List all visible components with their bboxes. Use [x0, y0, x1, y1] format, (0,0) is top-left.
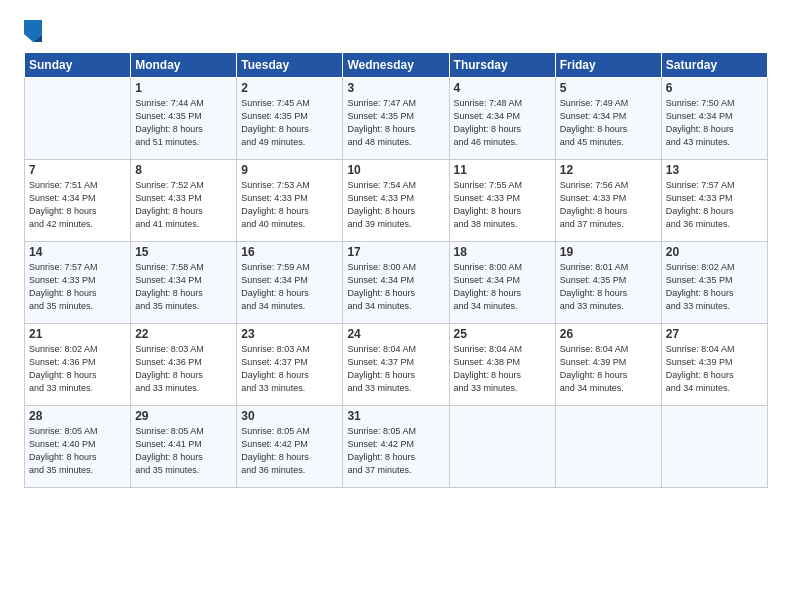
day-number: 19	[560, 245, 657, 259]
header-monday: Monday	[131, 53, 237, 78]
day-info: Sunrise: 8:00 AMSunset: 4:34 PMDaylight:…	[347, 261, 444, 313]
calendar-cell: 31Sunrise: 8:05 AMSunset: 4:42 PMDayligh…	[343, 406, 449, 488]
calendar-cell: 6Sunrise: 7:50 AMSunset: 4:34 PMDaylight…	[661, 78, 767, 160]
calendar-cell: 18Sunrise: 8:00 AMSunset: 4:34 PMDayligh…	[449, 242, 555, 324]
day-number: 8	[135, 163, 232, 177]
calendar-cell: 12Sunrise: 7:56 AMSunset: 4:33 PMDayligh…	[555, 160, 661, 242]
day-number: 30	[241, 409, 338, 423]
calendar-cell: 20Sunrise: 8:02 AMSunset: 4:35 PMDayligh…	[661, 242, 767, 324]
day-info: Sunrise: 8:05 AMSunset: 4:40 PMDaylight:…	[29, 425, 126, 477]
calendar-cell: 17Sunrise: 8:00 AMSunset: 4:34 PMDayligh…	[343, 242, 449, 324]
day-info: Sunrise: 8:03 AMSunset: 4:37 PMDaylight:…	[241, 343, 338, 395]
calendar-cell: 14Sunrise: 7:57 AMSunset: 4:33 PMDayligh…	[25, 242, 131, 324]
header-saturday: Saturday	[661, 53, 767, 78]
day-number: 14	[29, 245, 126, 259]
day-number: 11	[454, 163, 551, 177]
day-number: 21	[29, 327, 126, 341]
header-friday: Friday	[555, 53, 661, 78]
calendar-cell: 10Sunrise: 7:54 AMSunset: 4:33 PMDayligh…	[343, 160, 449, 242]
day-info: Sunrise: 7:44 AMSunset: 4:35 PMDaylight:…	[135, 97, 232, 149]
header-row: SundayMondayTuesdayWednesdayThursdayFrid…	[25, 53, 768, 78]
day-info: Sunrise: 8:05 AMSunset: 4:42 PMDaylight:…	[241, 425, 338, 477]
day-info: Sunrise: 8:04 AMSunset: 4:39 PMDaylight:…	[666, 343, 763, 395]
day-number: 29	[135, 409, 232, 423]
day-info: Sunrise: 8:04 AMSunset: 4:38 PMDaylight:…	[454, 343, 551, 395]
day-info: Sunrise: 8:01 AMSunset: 4:35 PMDaylight:…	[560, 261, 657, 313]
day-info: Sunrise: 7:57 AMSunset: 4:33 PMDaylight:…	[29, 261, 126, 313]
day-info: Sunrise: 7:57 AMSunset: 4:33 PMDaylight:…	[666, 179, 763, 231]
day-number: 9	[241, 163, 338, 177]
header-thursday: Thursday	[449, 53, 555, 78]
calendar-cell: 24Sunrise: 8:04 AMSunset: 4:37 PMDayligh…	[343, 324, 449, 406]
calendar-cell: 4Sunrise: 7:48 AMSunset: 4:34 PMDaylight…	[449, 78, 555, 160]
day-info: Sunrise: 7:55 AMSunset: 4:33 PMDaylight:…	[454, 179, 551, 231]
day-number: 10	[347, 163, 444, 177]
header-tuesday: Tuesday	[237, 53, 343, 78]
day-number: 16	[241, 245, 338, 259]
page: SundayMondayTuesdayWednesdayThursdayFrid…	[0, 0, 792, 612]
calendar-cell: 27Sunrise: 8:04 AMSunset: 4:39 PMDayligh…	[661, 324, 767, 406]
calendar-cell: 8Sunrise: 7:52 AMSunset: 4:33 PMDaylight…	[131, 160, 237, 242]
day-number: 23	[241, 327, 338, 341]
calendar-cell: 30Sunrise: 8:05 AMSunset: 4:42 PMDayligh…	[237, 406, 343, 488]
week-row-3: 21Sunrise: 8:02 AMSunset: 4:36 PMDayligh…	[25, 324, 768, 406]
calendar-cell: 11Sunrise: 7:55 AMSunset: 4:33 PMDayligh…	[449, 160, 555, 242]
day-number: 6	[666, 81, 763, 95]
header-sunday: Sunday	[25, 53, 131, 78]
day-info: Sunrise: 7:47 AMSunset: 4:35 PMDaylight:…	[347, 97, 444, 149]
day-number: 4	[454, 81, 551, 95]
calendar-cell	[449, 406, 555, 488]
calendar-cell: 7Sunrise: 7:51 AMSunset: 4:34 PMDaylight…	[25, 160, 131, 242]
day-number: 17	[347, 245, 444, 259]
day-info: Sunrise: 8:04 AMSunset: 4:37 PMDaylight:…	[347, 343, 444, 395]
day-number: 15	[135, 245, 232, 259]
calendar-cell: 26Sunrise: 8:04 AMSunset: 4:39 PMDayligh…	[555, 324, 661, 406]
day-number: 18	[454, 245, 551, 259]
calendar-cell: 28Sunrise: 8:05 AMSunset: 4:40 PMDayligh…	[25, 406, 131, 488]
calendar-cell	[555, 406, 661, 488]
calendar-cell: 21Sunrise: 8:02 AMSunset: 4:36 PMDayligh…	[25, 324, 131, 406]
day-info: Sunrise: 7:45 AMSunset: 4:35 PMDaylight:…	[241, 97, 338, 149]
calendar-cell: 19Sunrise: 8:01 AMSunset: 4:35 PMDayligh…	[555, 242, 661, 324]
day-info: Sunrise: 8:04 AMSunset: 4:39 PMDaylight:…	[560, 343, 657, 395]
day-info: Sunrise: 7:53 AMSunset: 4:33 PMDaylight:…	[241, 179, 338, 231]
day-number: 27	[666, 327, 763, 341]
calendar-cell: 13Sunrise: 7:57 AMSunset: 4:33 PMDayligh…	[661, 160, 767, 242]
calendar-cell: 1Sunrise: 7:44 AMSunset: 4:35 PMDaylight…	[131, 78, 237, 160]
header-wednesday: Wednesday	[343, 53, 449, 78]
logo	[24, 20, 46, 42]
day-number: 20	[666, 245, 763, 259]
day-number: 5	[560, 81, 657, 95]
day-number: 7	[29, 163, 126, 177]
calendar-cell: 23Sunrise: 8:03 AMSunset: 4:37 PMDayligh…	[237, 324, 343, 406]
day-number: 1	[135, 81, 232, 95]
calendar-cell: 25Sunrise: 8:04 AMSunset: 4:38 PMDayligh…	[449, 324, 555, 406]
day-number: 22	[135, 327, 232, 341]
day-info: Sunrise: 7:58 AMSunset: 4:34 PMDaylight:…	[135, 261, 232, 313]
week-row-4: 28Sunrise: 8:05 AMSunset: 4:40 PMDayligh…	[25, 406, 768, 488]
week-row-2: 14Sunrise: 7:57 AMSunset: 4:33 PMDayligh…	[25, 242, 768, 324]
day-number: 13	[666, 163, 763, 177]
day-info: Sunrise: 8:02 AMSunset: 4:36 PMDaylight:…	[29, 343, 126, 395]
calendar-table: SundayMondayTuesdayWednesdayThursdayFrid…	[24, 52, 768, 488]
week-row-0: 1Sunrise: 7:44 AMSunset: 4:35 PMDaylight…	[25, 78, 768, 160]
logo-icon	[24, 20, 42, 42]
day-info: Sunrise: 7:56 AMSunset: 4:33 PMDaylight:…	[560, 179, 657, 231]
day-number: 26	[560, 327, 657, 341]
day-info: Sunrise: 7:54 AMSunset: 4:33 PMDaylight:…	[347, 179, 444, 231]
calendar-cell: 5Sunrise: 7:49 AMSunset: 4:34 PMDaylight…	[555, 78, 661, 160]
day-info: Sunrise: 8:05 AMSunset: 4:42 PMDaylight:…	[347, 425, 444, 477]
calendar-cell: 22Sunrise: 8:03 AMSunset: 4:36 PMDayligh…	[131, 324, 237, 406]
day-info: Sunrise: 7:50 AMSunset: 4:34 PMDaylight:…	[666, 97, 763, 149]
day-info: Sunrise: 7:49 AMSunset: 4:34 PMDaylight:…	[560, 97, 657, 149]
day-number: 28	[29, 409, 126, 423]
day-info: Sunrise: 8:02 AMSunset: 4:35 PMDaylight:…	[666, 261, 763, 313]
day-info: Sunrise: 8:03 AMSunset: 4:36 PMDaylight:…	[135, 343, 232, 395]
day-info: Sunrise: 7:59 AMSunset: 4:34 PMDaylight:…	[241, 261, 338, 313]
day-number: 12	[560, 163, 657, 177]
calendar-cell	[25, 78, 131, 160]
day-info: Sunrise: 7:51 AMSunset: 4:34 PMDaylight:…	[29, 179, 126, 231]
day-info: Sunrise: 8:05 AMSunset: 4:41 PMDaylight:…	[135, 425, 232, 477]
calendar-cell: 15Sunrise: 7:58 AMSunset: 4:34 PMDayligh…	[131, 242, 237, 324]
day-number: 25	[454, 327, 551, 341]
